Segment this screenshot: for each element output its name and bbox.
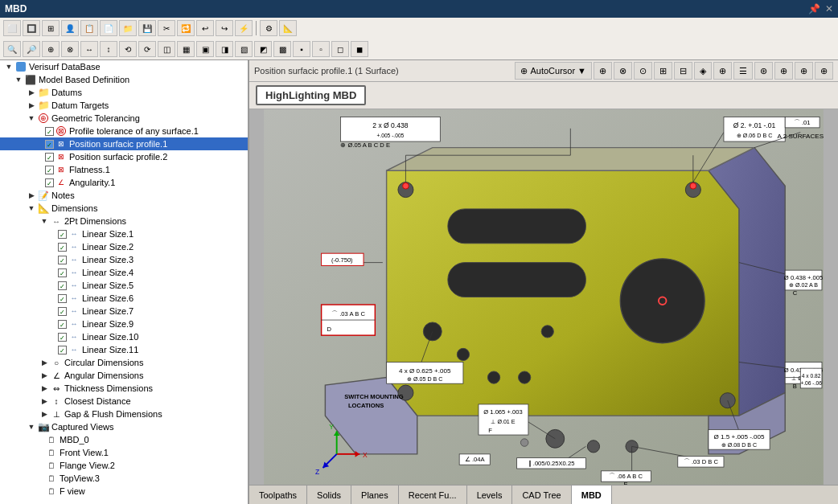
tb-btn-11[interactable]: ↩ <box>196 20 214 36</box>
vp-btn-12[interactable]: ⊕ <box>795 62 813 80</box>
tree-item-profile1[interactable]: ⊠ Profile tolerance of any surface.1 <box>0 125 248 137</box>
vp-btn-5[interactable]: ⊞ <box>654 62 672 80</box>
tab-toolpaths[interactable]: Toolpaths <box>249 486 307 504</box>
tb2-btn-17[interactable]: ▫ <box>312 41 330 57</box>
tb2-btn-13[interactable]: ▧ <box>235 41 253 57</box>
tb2-btn-18[interactable]: ◻ <box>331 41 349 57</box>
toggle-datum-targets[interactable]: ▶ <box>26 100 37 111</box>
cb-linear2[interactable] <box>58 243 67 252</box>
cb-linear11[interactable] <box>58 346 67 354</box>
tab-levels[interactable]: Levels <box>467 486 513 504</box>
cb-linear5[interactable] <box>58 281 67 290</box>
tree-item-linear3[interactable]: ↔ Linear Size.3 <box>0 253 248 266</box>
cb-profile1[interactable] <box>45 127 54 136</box>
tb2-btn-8[interactable]: ⟳ <box>138 41 156 57</box>
cb-pos-profile2[interactable] <box>45 153 54 162</box>
vp-btn-8[interactable]: ⊕ <box>713 62 732 80</box>
vp-btn-13[interactable]: ⊕ <box>815 62 833 80</box>
tb-btn-9[interactable]: ✂ <box>158 20 175 36</box>
vp-btn-3[interactable]: ⊗ <box>614 62 632 80</box>
vp-btn-9[interactable]: ☰ <box>733 62 753 80</box>
close-icon[interactable]: ✕ <box>825 3 833 14</box>
tb-btn-13[interactable]: ⚡ <box>235 20 253 36</box>
tb2-btn-10[interactable]: ▦ <box>177 41 195 57</box>
cb-linear6[interactable] <box>58 294 67 303</box>
viewport-3d[interactable]: 2 x Ø 0.438 +.005 -.005 ⊕ Ø.05 A B C D E… <box>249 109 838 485</box>
tab-mbd[interactable]: MBD <box>572 486 612 504</box>
tb2-btn-14[interactable]: ◩ <box>254 41 272 57</box>
tb-btn-1[interactable]: ⬜ <box>3 20 21 36</box>
tree-item-dimensions[interactable]: ▼ 📐 Dimensions <box>0 202 248 215</box>
cb-linear3[interactable] <box>58 256 67 264</box>
tree-item-flange-view2[interactable]: 🗒 Flange View.2 <box>0 459 248 472</box>
tree-item-angular-dims[interactable]: ▶ ∠ Angular Dimensions <box>0 369 248 382</box>
tab-solids[interactable]: Solids <box>307 486 351 504</box>
tree-item-datum-targets[interactable]: ▶ 📁 Datum Targets <box>0 99 248 112</box>
toggle-datums[interactable]: ▶ <box>26 87 37 98</box>
tree-item-captured-views[interactable]: ▼ 📷 Captured Views <box>0 420 248 433</box>
tb-btn-10[interactable]: 🔁 <box>177 20 195 36</box>
toggle-thickness-dims[interactable]: ▶ <box>39 383 50 394</box>
tree-item-angularity1[interactable]: ∠ Angularity.1 <box>0 176 248 189</box>
tb2-btn-2[interactable]: 🔎 <box>23 41 40 57</box>
tree-item-geo-tol[interactable]: ▼ ⊕ Geometric Tolerancing <box>0 112 248 125</box>
tab-cad-tree[interactable]: CAD Tree <box>512 486 571 504</box>
tb-btn-15[interactable]: 📐 <box>279 20 297 36</box>
tb-btn-8[interactable]: 💾 <box>138 20 156 36</box>
toggle-angular-dims[interactable]: ▶ <box>39 370 50 381</box>
vp-btn-11[interactable]: ⊕ <box>774 62 793 80</box>
tree-item-linear10[interactable]: ↔ Linear Size.10 <box>0 330 248 343</box>
tb-btn-14[interactable]: ⚙ <box>260 20 277 36</box>
tree-item-linear4[interactable]: ↔ Linear Size.4 <box>0 266 248 279</box>
tree-item-linear6[interactable]: ↔ Linear Size.6 <box>0 292 248 305</box>
tb-btn-5[interactable]: 📋 <box>80 20 98 36</box>
vp-btn-10[interactable]: ⊛ <box>754 62 773 80</box>
tb2-btn-9[interactable]: ◫ <box>158 41 175 57</box>
cb-linear4[interactable] <box>58 268 67 277</box>
tree-item-pos-profile1[interactable]: ⊠ Position surfacic profile.1 <box>0 137 248 150</box>
tree-item-notes[interactable]: ▶ 📝 Notes <box>0 189 248 202</box>
tb-btn-6[interactable]: 📄 <box>100 20 117 36</box>
tree-item-gap-flush[interactable]: ▶ ⊥ Gap & Flush Dimensions <box>0 408 248 420</box>
toggle-2pt-dims[interactable]: ▼ <box>39 215 50 227</box>
toggle-mbd[interactable]: ▼ <box>13 74 24 85</box>
tree-container[interactable]: ▼ Verisurf DataBase ▼ ⬛ Model Based Defi… <box>0 60 248 504</box>
tb-btn-2[interactable]: 🔲 <box>23 20 40 36</box>
tb-btn-4[interactable]: 👤 <box>61 20 79 36</box>
autocursor-btn[interactable]: ⊕ AutoCursor ▼ <box>515 62 592 80</box>
tree-item-thickness-dims[interactable]: ▶ ⇔ Thickness Dimensions <box>0 382 248 395</box>
toggle-dimensions[interactable]: ▼ <box>26 203 37 214</box>
highlight-mbd-btn[interactable]: HighLighting MBD <box>256 85 366 105</box>
tree-item-topview3[interactable]: 🗒 TopView.3 <box>0 472 248 485</box>
tree-item-circular-dims[interactable]: ▶ ○ Circular Dimensions <box>0 356 248 369</box>
tb2-btn-5[interactable]: ↔ <box>80 41 98 57</box>
toggle-verisurf-db[interactable]: ▼ <box>3 61 14 72</box>
tb2-btn-4[interactable]: ⊗ <box>61 41 79 57</box>
toggle-circular-dims[interactable]: ▶ <box>39 357 50 368</box>
tree-item-flatness1[interactable]: ⊠ Flatness.1 <box>0 163 248 176</box>
tree-item-linear5[interactable]: ↔ Linear Size.5 <box>0 279 248 292</box>
toggle-geo-tol[interactable]: ▼ <box>26 113 37 124</box>
cb-linear7[interactable] <box>58 307 67 316</box>
tree-item-linear7[interactable]: ↔ Linear Size.7 <box>0 305 248 318</box>
tree-item-datums[interactable]: ▶ 📁 Datums <box>0 86 248 99</box>
vp-btn-2[interactable]: ⊕ <box>594 62 612 80</box>
toggle-notes[interactable]: ▶ <box>26 190 37 201</box>
tb2-btn-6[interactable]: ↕ <box>100 41 117 57</box>
tree-item-pos-profile2[interactable]: ⊠ Position surfacic profile.2 <box>0 150 248 163</box>
tree-item-mbd[interactable]: ▼ ⬛ Model Based Definition <box>0 73 248 86</box>
toggle-captured-views[interactable]: ▼ <box>26 421 37 432</box>
cb-angularity1[interactable] <box>45 178 54 187</box>
toggle-gap-flush[interactable]: ▶ <box>39 408 50 420</box>
tb2-btn-19[interactable]: ◼ <box>351 41 368 57</box>
tree-item-verisurf-db[interactable]: ▼ Verisurf DataBase <box>0 60 248 73</box>
tree-item-linear11[interactable]: ↔ Linear Size.11 <box>0 343 248 356</box>
tree-item-mbd0[interactable]: 🗒 MBD_0 <box>0 433 248 446</box>
tree-item-linear9[interactable]: ↔ Linear Size.9 <box>0 318 248 330</box>
tb2-btn-16[interactable]: ▪ <box>293 41 310 57</box>
vp-btn-6[interactable]: ⊟ <box>674 62 692 80</box>
tb2-btn-15[interactable]: ▩ <box>273 41 291 57</box>
tree-item-front-view1[interactable]: 🗒 Front View.1 <box>0 446 248 459</box>
toggle-closest-dist[interactable]: ▶ <box>39 395 50 407</box>
tb2-btn-11[interactable]: ▣ <box>196 41 214 57</box>
